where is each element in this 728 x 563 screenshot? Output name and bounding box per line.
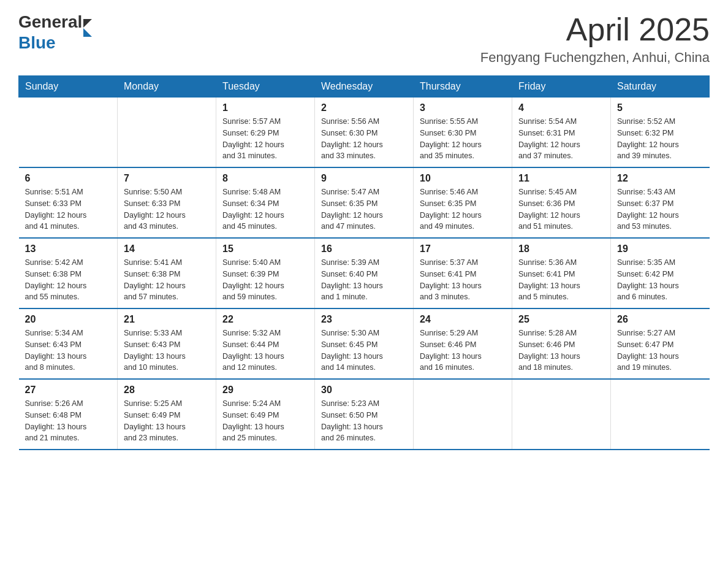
calendar-week-row: 1Sunrise: 5:57 AM Sunset: 6:29 PM Daylig… [19, 98, 710, 168]
calendar-table: SundayMondayTuesdayWednesdayThursdayFrid… [18, 75, 710, 450]
calendar-cell: 15Sunrise: 5:40 AM Sunset: 6:39 PM Dayli… [216, 238, 315, 308]
day-info: Sunrise: 5:46 AM Sunset: 6:35 PM Dayligh… [420, 186, 506, 232]
weekday-header-friday: Friday [512, 76, 611, 98]
calendar-cell: 20Sunrise: 5:34 AM Sunset: 6:43 PM Dayli… [19, 308, 118, 379]
day-info: Sunrise: 5:45 AM Sunset: 6:36 PM Dayligh… [518, 186, 604, 232]
calendar-cell: 7Sunrise: 5:50 AM Sunset: 6:33 PM Daylig… [118, 167, 216, 238]
calendar-cell: 13Sunrise: 5:42 AM Sunset: 6:38 PM Dayli… [19, 238, 118, 308]
day-info: Sunrise: 5:26 AM Sunset: 6:48 PM Dayligh… [25, 398, 112, 444]
day-number: 29 [222, 385, 308, 396]
day-info: Sunrise: 5:27 AM Sunset: 6:47 PM Dayligh… [617, 327, 703, 373]
logo-icon: General Blue [18, 12, 92, 53]
weekday-header-monday: Monday [118, 76, 216, 98]
day-info: Sunrise: 5:56 AM Sunset: 6:30 PM Dayligh… [321, 116, 407, 162]
weekday-header-wednesday: Wednesday [315, 76, 414, 98]
day-info: Sunrise: 5:36 AM Sunset: 6:41 PM Dayligh… [518, 257, 604, 303]
day-number: 14 [124, 243, 210, 255]
day-number: 5 [617, 102, 703, 113]
day-info: Sunrise: 5:24 AM Sunset: 6:49 PM Dayligh… [222, 398, 308, 444]
calendar-cell [19, 98, 118, 168]
day-info: Sunrise: 5:28 AM Sunset: 6:46 PM Dayligh… [518, 327, 604, 373]
calendar-cell: 25Sunrise: 5:28 AM Sunset: 6:46 PM Dayli… [512, 308, 611, 379]
day-number: 13 [25, 243, 112, 255]
calendar-cell: 16Sunrise: 5:39 AM Sunset: 6:40 PM Dayli… [315, 238, 414, 308]
day-info: Sunrise: 5:41 AM Sunset: 6:38 PM Dayligh… [124, 257, 210, 303]
day-info: Sunrise: 5:54 AM Sunset: 6:31 PM Dayligh… [518, 116, 604, 162]
day-number: 11 [518, 173, 604, 184]
location-title: Fengyang Fuchengzhen, Anhui, China [480, 50, 710, 66]
day-info: Sunrise: 5:40 AM Sunset: 6:39 PM Dayligh… [222, 257, 308, 303]
day-info: Sunrise: 5:33 AM Sunset: 6:43 PM Dayligh… [124, 327, 210, 373]
calendar-cell [414, 379, 512, 450]
day-info: Sunrise: 5:47 AM Sunset: 6:35 PM Dayligh… [321, 186, 407, 232]
day-number: 28 [124, 385, 210, 396]
calendar-cell: 19Sunrise: 5:35 AM Sunset: 6:42 PM Dayli… [611, 238, 710, 308]
calendar-week-row: 13Sunrise: 5:42 AM Sunset: 6:38 PM Dayli… [19, 238, 710, 308]
calendar-cell: 29Sunrise: 5:24 AM Sunset: 6:49 PM Dayli… [216, 379, 315, 450]
calendar-cell: 5Sunrise: 5:52 AM Sunset: 6:32 PM Daylig… [611, 98, 710, 168]
calendar-cell: 14Sunrise: 5:41 AM Sunset: 6:38 PM Dayli… [118, 238, 216, 308]
day-info: Sunrise: 5:50 AM Sunset: 6:33 PM Dayligh… [124, 186, 210, 232]
day-info: Sunrise: 5:43 AM Sunset: 6:37 PM Dayligh… [617, 186, 703, 232]
calendar-week-row: 20Sunrise: 5:34 AM Sunset: 6:43 PM Dayli… [19, 308, 710, 379]
calendar-week-row: 27Sunrise: 5:26 AM Sunset: 6:48 PM Dayli… [19, 379, 710, 450]
day-info: Sunrise: 5:52 AM Sunset: 6:32 PM Dayligh… [617, 116, 703, 162]
calendar-cell [611, 379, 710, 450]
title-block: April 2025 Fengyang Fuchengzhen, Anhui, … [480, 12, 710, 66]
calendar-cell: 9Sunrise: 5:47 AM Sunset: 6:35 PM Daylig… [315, 167, 414, 238]
calendar-cell: 3Sunrise: 5:55 AM Sunset: 6:30 PM Daylig… [414, 98, 512, 168]
day-number: 7 [124, 173, 210, 184]
day-number: 20 [25, 314, 112, 325]
day-number: 6 [25, 173, 112, 184]
day-info: Sunrise: 5:51 AM Sunset: 6:33 PM Dayligh… [25, 186, 112, 232]
calendar-body: 1Sunrise: 5:57 AM Sunset: 6:29 PM Daylig… [19, 98, 710, 450]
calendar-cell: 27Sunrise: 5:26 AM Sunset: 6:48 PM Dayli… [19, 379, 118, 450]
day-number: 18 [518, 243, 604, 255]
month-title: April 2025 [480, 12, 710, 47]
day-number: 22 [222, 314, 308, 325]
day-info: Sunrise: 5:55 AM Sunset: 6:30 PM Dayligh… [420, 116, 506, 162]
day-info: Sunrise: 5:37 AM Sunset: 6:41 PM Dayligh… [420, 257, 506, 303]
logo: General Blue [18, 12, 92, 53]
calendar-cell: 10Sunrise: 5:46 AM Sunset: 6:35 PM Dayli… [414, 167, 512, 238]
weekday-header-thursday: Thursday [414, 76, 512, 98]
day-number: 23 [321, 314, 407, 325]
calendar-cell: 17Sunrise: 5:37 AM Sunset: 6:41 PM Dayli… [414, 238, 512, 308]
calendar-cell: 1Sunrise: 5:57 AM Sunset: 6:29 PM Daylig… [216, 98, 315, 168]
day-info: Sunrise: 5:34 AM Sunset: 6:43 PM Dayligh… [25, 327, 112, 373]
calendar-cell: 24Sunrise: 5:29 AM Sunset: 6:46 PM Dayli… [414, 308, 512, 379]
day-info: Sunrise: 5:25 AM Sunset: 6:49 PM Dayligh… [124, 398, 210, 444]
logo-blue-text: Blue [18, 33, 56, 53]
weekday-header-sunday: Sunday [19, 76, 118, 98]
calendar-cell: 12Sunrise: 5:43 AM Sunset: 6:37 PM Dayli… [611, 167, 710, 238]
day-number: 19 [617, 243, 703, 255]
day-number: 26 [617, 314, 703, 325]
calendar-cell: 26Sunrise: 5:27 AM Sunset: 6:47 PM Dayli… [611, 308, 710, 379]
calendar-cell: 11Sunrise: 5:45 AM Sunset: 6:36 PM Dayli… [512, 167, 611, 238]
calendar-cell: 23Sunrise: 5:30 AM Sunset: 6:45 PM Dayli… [315, 308, 414, 379]
day-number: 30 [321, 385, 407, 396]
day-number: 2 [321, 102, 407, 113]
day-info: Sunrise: 5:48 AM Sunset: 6:34 PM Dayligh… [222, 186, 308, 232]
day-number: 16 [321, 243, 407, 255]
day-info: Sunrise: 5:57 AM Sunset: 6:29 PM Dayligh… [222, 116, 308, 162]
logo-general-text: General [18, 12, 82, 32]
calendar-header: SundayMondayTuesdayWednesdayThursdayFrid… [19, 76, 710, 98]
page-header: General Blue April 2025 Fengyang Fucheng… [18, 12, 710, 66]
day-number: 21 [124, 314, 210, 325]
day-number: 8 [222, 173, 308, 184]
day-info: Sunrise: 5:29 AM Sunset: 6:46 PM Dayligh… [420, 327, 506, 373]
day-number: 3 [420, 102, 506, 113]
calendar-cell: 6Sunrise: 5:51 AM Sunset: 6:33 PM Daylig… [19, 167, 118, 238]
calendar-cell: 21Sunrise: 5:33 AM Sunset: 6:43 PM Dayli… [118, 308, 216, 379]
day-number: 4 [518, 102, 604, 113]
calendar-cell: 18Sunrise: 5:36 AM Sunset: 6:41 PM Dayli… [512, 238, 611, 308]
day-info: Sunrise: 5:35 AM Sunset: 6:42 PM Dayligh… [617, 257, 703, 303]
calendar-cell [512, 379, 611, 450]
calendar-cell: 4Sunrise: 5:54 AM Sunset: 6:31 PM Daylig… [512, 98, 611, 168]
day-info: Sunrise: 5:23 AM Sunset: 6:50 PM Dayligh… [321, 398, 407, 444]
day-info: Sunrise: 5:32 AM Sunset: 6:44 PM Dayligh… [222, 327, 308, 373]
calendar-cell: 28Sunrise: 5:25 AM Sunset: 6:49 PM Dayli… [118, 379, 216, 450]
weekday-header-row: SundayMondayTuesdayWednesdayThursdayFrid… [19, 76, 710, 98]
day-number: 17 [420, 243, 506, 255]
